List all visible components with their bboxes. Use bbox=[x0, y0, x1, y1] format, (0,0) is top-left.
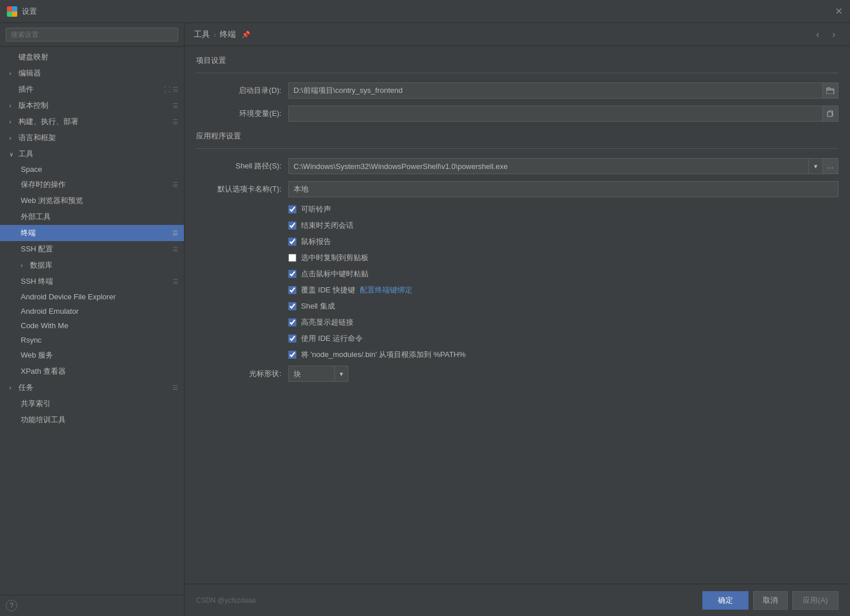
sidebar-sub-item-save-actions[interactable]: 保存时的操作 ☰ bbox=[0, 176, 184, 193]
sidebar-sub-item-ssh-terminal[interactable]: SSH 终端 ☰ bbox=[0, 273, 184, 290]
sidebar-item-database[interactable]: › 数据库 bbox=[0, 257, 184, 273]
checkbox-mouse-report: 鼠标报告 bbox=[196, 236, 838, 247]
sidebar-item-keyboard[interactable]: 键盘映射 bbox=[0, 49, 184, 65]
shell-path-dropdown-button[interactable]: ▼ bbox=[808, 158, 822, 174]
nav-back-button[interactable]: ‹ bbox=[811, 28, 825, 42]
copy-on-select-label: 选中时复制到剪贴板 bbox=[301, 253, 368, 263]
sidebar-item-tools[interactable]: ∨ 工具 bbox=[0, 146, 184, 162]
env-vars-input[interactable] bbox=[288, 106, 822, 122]
svg-rect-0 bbox=[7, 6, 12, 12]
sidebar-item-label: 键盘映射 bbox=[18, 52, 178, 62]
sidebar-sub-item-shared-index[interactable]: 共享索引 bbox=[0, 396, 184, 412]
arrow-icon: ∨ bbox=[9, 151, 15, 157]
sidebar-sub-item-web-service[interactable]: Web 服务 bbox=[0, 347, 184, 363]
arrow-icon: › bbox=[9, 119, 15, 125]
checkbox-shell-integration: Shell 集成 bbox=[196, 301, 838, 311]
env-vars-input-container bbox=[288, 106, 838, 122]
svg-rect-2 bbox=[7, 12, 12, 17]
shell-path-extra-button[interactable]: … bbox=[822, 158, 838, 174]
arrow-icon: › bbox=[21, 262, 27, 269]
override-ide-checkbox[interactable] bbox=[288, 286, 296, 294]
sidebar-item-editor[interactable]: › 编辑器 bbox=[0, 65, 184, 81]
apply-button[interactable]: 应用(A) bbox=[792, 591, 838, 610]
search-input[interactable] bbox=[6, 28, 178, 42]
close-button[interactable]: ✕ bbox=[834, 7, 843, 16]
nav-forward-button[interactable]: › bbox=[827, 28, 841, 42]
sidebar-item-build[interactable]: › 构建、执行、部署 ☰ bbox=[0, 114, 184, 130]
confirm-button[interactable]: 确定 bbox=[702, 591, 749, 610]
highlight-hyperlinks-checkbox[interactable] bbox=[288, 318, 296, 326]
cursor-select-container: 块 下划线 竖线 ▼ bbox=[288, 366, 348, 382]
sidebar-item-label: Android Device File Explorer bbox=[21, 292, 178, 301]
nav-buttons: ‹ › bbox=[811, 28, 841, 42]
sidebar-sub-item-code-with-me[interactable]: Code With Me bbox=[0, 318, 184, 333]
svg-rect-1 bbox=[12, 6, 17, 12]
checkbox-copy-on-select: 选中时复制到剪贴板 bbox=[196, 253, 838, 263]
startup-dir-row: 启动目录(D): bbox=[196, 82, 838, 99]
node-modules-path-checkbox[interactable] bbox=[288, 351, 296, 359]
sidebar-item-label: 语言和框架 bbox=[18, 133, 178, 143]
project-settings-section: 项目设置 启动目录(D): bbox=[196, 55, 838, 122]
startup-dir-browse-button[interactable] bbox=[822, 82, 838, 99]
sidebar-item-lang[interactable]: › 语言和框架 bbox=[0, 130, 184, 146]
cancel-button[interactable]: 取消 bbox=[753, 591, 788, 610]
checkbox-node-modules-path: 将 'node_modules/.bin' 从项目根添加到 %PATH% bbox=[196, 350, 838, 360]
use-ide-run-label: 使用 IDE 运行命令 bbox=[301, 333, 363, 344]
translate-icon: ⛶ bbox=[164, 86, 170, 93]
audible-bell-label: 可听铃声 bbox=[301, 204, 331, 215]
cursor-dropdown-button[interactable]: ▼ bbox=[334, 366, 348, 382]
sidebar-item-label: 编辑器 bbox=[18, 68, 178, 78]
sidebar-sub-item-ssh-config[interactable]: SSH 配置 ☰ bbox=[0, 241, 184, 257]
sidebar-sub-item-training[interactable]: 功能培训工具 bbox=[0, 412, 184, 428]
paste-middle-click-checkbox[interactable] bbox=[288, 270, 296, 278]
bottom-bar: CSDN @ycfszdaaa 确定 取消 应用(A) bbox=[185, 584, 850, 616]
sidebar-item-tasks[interactable]: › 任务 ☰ bbox=[0, 380, 184, 396]
sidebar-sub-item-external-tools[interactable]: 外部工具 bbox=[0, 209, 184, 225]
startup-dir-input[interactable] bbox=[288, 82, 822, 99]
arrow-icon: › bbox=[9, 70, 15, 77]
sidebar-sub-item-rsync[interactable]: Rsync bbox=[0, 333, 184, 347]
app-settings-section: 应用程序设置 Shell 路径(S): ▼ … 默认选项卡名称(T): bbox=[196, 131, 838, 382]
cursor-shape-label: 光标形状: bbox=[196, 369, 288, 379]
sidebar-item-plugins[interactable]: 插件 ⛶ ☰ bbox=[0, 81, 184, 97]
mouse-report-label: 鼠标报告 bbox=[301, 236, 331, 247]
close-on-exit-checkbox[interactable] bbox=[288, 221, 296, 230]
app-logo bbox=[7, 6, 17, 17]
window-title: 设置 bbox=[22, 6, 37, 17]
sidebar-sub-item-space[interactable]: Space bbox=[0, 162, 184, 176]
sidebar-item-label: SSH 终端 bbox=[21, 276, 172, 287]
env-vars-copy-button[interactable] bbox=[822, 106, 838, 122]
mouse-report-checkbox[interactable] bbox=[288, 238, 296, 246]
help-button[interactable]: ? bbox=[6, 600, 17, 611]
sidebar-sub-item-web-browser[interactable]: Web 浏览器和预览 bbox=[0, 193, 184, 209]
shell-path-label: Shell 路径(S): bbox=[196, 161, 288, 171]
sidebar-sub-item-terminal[interactable]: 终端 ☰ bbox=[0, 225, 184, 241]
search-box bbox=[0, 23, 184, 47]
settings-window: 设置 ✕ 键盘映射 › 编辑器 bbox=[0, 0, 850, 616]
default-tab-input[interactable] bbox=[288, 181, 838, 197]
sidebar-item-label: Code With Me bbox=[21, 321, 178, 330]
sidebar-item-label: Web 服务 bbox=[21, 350, 178, 360]
menu-icon: ☰ bbox=[172, 384, 178, 392]
use-ide-run-checkbox[interactable] bbox=[288, 335, 296, 343]
section-divider bbox=[196, 73, 838, 73]
sidebar-sub-item-android-emu[interactable]: Android Emulator bbox=[0, 304, 184, 318]
sidebar-item-label: Android Emulator bbox=[21, 307, 178, 315]
cursor-shape-row: 光标形状: 块 下划线 竖线 ▼ bbox=[196, 366, 838, 382]
configure-terminal-keys-link[interactable]: 配置终端键绑定 bbox=[360, 285, 412, 295]
cursor-shape-select[interactable]: 块 下划线 竖线 bbox=[288, 366, 334, 382]
sidebar-item-label: 功能培训工具 bbox=[21, 415, 178, 425]
audible-bell-checkbox[interactable] bbox=[288, 205, 296, 213]
default-tab-label: 默认选项卡名称(T): bbox=[196, 184, 288, 194]
sidebar-item-vcs[interactable]: › 版本控制 ☰ bbox=[0, 97, 184, 114]
sidebar-sub-item-android-file[interactable]: Android Device File Explorer bbox=[0, 290, 184, 304]
shell-path-input[interactable] bbox=[288, 158, 808, 174]
copy-on-select-checkbox[interactable] bbox=[288, 254, 296, 262]
close-on-exit-label: 结束时关闭会话 bbox=[301, 220, 353, 231]
shell-integration-checkbox[interactable] bbox=[288, 302, 296, 310]
sidebar-item-label: 插件 bbox=[18, 84, 164, 95]
checkbox-paste-middle-click: 点击鼠标中键时粘贴 bbox=[196, 269, 838, 279]
breadcrumb-separator: › bbox=[213, 30, 216, 39]
sidebar-sub-item-xpath[interactable]: XPath 查看器 bbox=[0, 363, 184, 380]
app-settings-title: 应用程序设置 bbox=[196, 131, 838, 141]
